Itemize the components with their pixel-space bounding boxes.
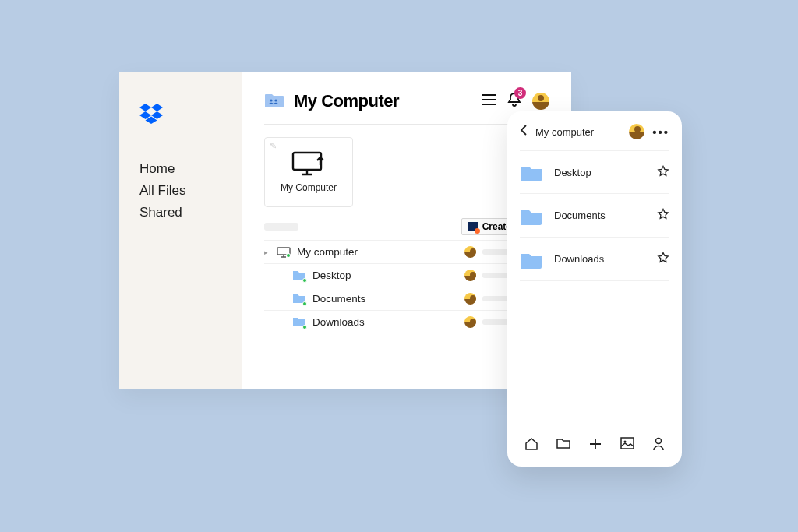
page-title: My Computer — [294, 91, 399, 111]
sidebar-item-shared[interactable]: Shared — [139, 202, 222, 224]
folder-icon — [520, 250, 543, 269]
more-icon[interactable]: ••• — [652, 125, 669, 139]
card-label: My Computer — [281, 182, 337, 193]
tab-add-icon[interactable] — [588, 437, 602, 454]
sidebar: Home All Files Shared — [119, 72, 242, 389]
sidebar-item-all-files[interactable]: All Files — [139, 180, 222, 202]
tab-home-icon[interactable] — [524, 437, 538, 454]
mobile-list: Desktop Documents Downloads — [520, 150, 669, 434]
my-computer-card[interactable]: ✎ My Computer — [264, 137, 353, 207]
folder-icon — [520, 163, 543, 181]
svg-marker-0 — [139, 104, 151, 111]
star-icon[interactable] — [657, 165, 669, 180]
caret-icon[interactable]: ▸ — [264, 248, 270, 256]
folder-icon — [292, 315, 306, 329]
avatar[interactable] — [532, 93, 549, 110]
folder-icon — [520, 206, 543, 225]
notification-badge: 3 — [514, 87, 526, 99]
owner-avatar — [464, 316, 476, 328]
back-icon[interactable] — [520, 125, 528, 139]
folder-icon — [292, 292, 306, 305]
tab-account-icon[interactable] — [652, 437, 665, 454]
svg-rect-11 — [621, 438, 634, 449]
star-icon[interactable] — [657, 208, 669, 223]
folder-icon — [292, 269, 306, 282]
owner-avatar — [464, 270, 476, 281]
mobile-row-documents[interactable]: Documents — [520, 194, 669, 238]
computer-icon — [277, 247, 291, 258]
svg-point-12 — [624, 441, 627, 443]
mobile-tabbar — [520, 434, 669, 454]
svg-point-10 — [287, 254, 290, 257]
tab-files-icon[interactable] — [556, 437, 570, 454]
team-folder-icon — [264, 91, 284, 111]
create-icon — [468, 222, 478, 231]
svg-marker-1 — [151, 104, 163, 111]
mobile-row-desktop[interactable]: Desktop — [520, 150, 669, 194]
star-icon[interactable] — [657, 252, 669, 266]
placeholder — [264, 223, 298, 231]
owner-avatar — [464, 246, 476, 258]
mobile-row-downloads[interactable]: Downloads — [520, 238, 669, 281]
avatar[interactable] — [629, 124, 644, 139]
mobile-title: My computer — [535, 126, 594, 138]
menu-icon[interactable] — [482, 94, 496, 108]
monitor-upload-icon — [291, 151, 326, 178]
desktop-window: Home All Files Shared My Computer — [119, 72, 571, 389]
mobile-window: My computer ••• Desktop Documents Downlo… — [507, 111, 682, 467]
svg-rect-7 — [293, 153, 321, 170]
page-header: My Computer 3 — [264, 91, 549, 111]
svg-point-13 — [656, 439, 662, 444]
tab-photos-icon[interactable] — [620, 437, 634, 454]
dropbox-logo-icon — [139, 104, 222, 127]
pin-icon: ✎ — [270, 141, 277, 151]
svg-point-6 — [274, 99, 277, 101]
owner-avatar — [464, 293, 476, 305]
svg-point-5 — [270, 99, 272, 101]
mobile-header: My computer ••• — [520, 124, 669, 139]
notifications-button[interactable]: 3 — [507, 92, 521, 111]
sidebar-item-home[interactable]: Home — [139, 158, 222, 180]
